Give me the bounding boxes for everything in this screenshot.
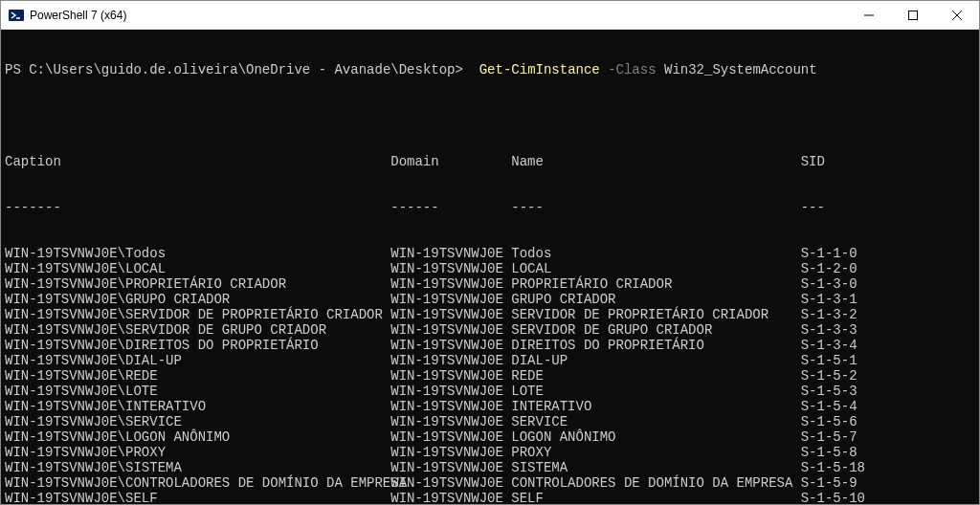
titlebar[interactable]: PowerShell 7 (x64) [1, 1, 979, 30]
cell-name: SELF [511, 491, 800, 504]
cell-caption: WIN-19TSVNWJ0E\SERVIDOR DE GRUPO CRIADOR [5, 322, 390, 338]
cell-sid: S-1-5-18 [801, 460, 881, 475]
cell-domain: WIN-19TSVNWJ0E [390, 246, 511, 261]
cell-caption: WIN-19TSVNWJ0E\DIAL-UP [5, 353, 390, 368]
cell-caption: WIN-19TSVNWJ0E\DIREITOS DO PROPRIETÁRIO [5, 338, 390, 353]
cell-domain: WIN-19TSVNWJ0E [390, 276, 511, 292]
col-header-name: Name [511, 154, 800, 169]
cell-caption: WIN-19TSVNWJ0E\CONTROLADORES DE DOMÍNIO … [5, 475, 390, 491]
cell-caption: WIN-19TSVNWJ0E\LOCAL [5, 261, 390, 276]
cell-sid: S-1-5-1 [801, 353, 881, 368]
table-row: WIN-19TSVNWJ0E\GRUPO CRIADORWIN-19TSVNWJ… [5, 292, 975, 307]
table-row: WIN-19TSVNWJ0E\SERVIDOR DE GRUPO CRIADOR… [5, 322, 975, 338]
cell-sid: S-1-5-2 [801, 368, 881, 384]
cell-sid: S-1-3-1 [801, 292, 881, 307]
cell-domain: WIN-19TSVNWJ0E [390, 491, 511, 504]
cell-caption: WIN-19TSVNWJ0E\PROXY [5, 445, 390, 460]
command-arg: Win32_SystemAccount [664, 62, 817, 77]
table-row: WIN-19TSVNWJ0E\LOTEWIN-19TSVNWJ0ELOTES-1… [5, 384, 975, 399]
cell-sid: S-1-3-0 [801, 276, 881, 292]
minimize-icon [864, 11, 874, 20]
cell-name: GRUPO CRIADOR [511, 292, 800, 307]
terminal-area[interactable]: PS C:\Users\guido.de.oliveira\OneDrive -… [1, 30, 979, 504]
powershell-icon [9, 8, 24, 23]
cell-domain: WIN-19TSVNWJ0E [390, 307, 511, 322]
cell-domain: WIN-19TSVNWJ0E [390, 338, 511, 353]
cell-domain: WIN-19TSVNWJ0E [390, 460, 511, 475]
cell-name: DIREITOS DO PROPRIETÁRIO [511, 338, 800, 353]
col-header-caption: Caption [5, 154, 390, 169]
cell-caption: WIN-19TSVNWJ0E\SISTEMA [5, 460, 390, 475]
cell-name: CONTROLADORES DE DOMÍNIO DA EMPRESA [511, 475, 800, 491]
cell-sid: S-1-5-10 [801, 491, 881, 504]
cell-domain: WIN-19TSVNWJ0E [390, 475, 511, 491]
close-button[interactable] [935, 1, 979, 29]
maximize-icon [908, 11, 918, 20]
cell-name: LOTE [511, 384, 800, 399]
cell-domain: WIN-19TSVNWJ0E [390, 353, 511, 368]
table-row: WIN-19TSVNWJ0E\LOCALWIN-19TSVNWJ0ELOCALS… [5, 261, 975, 276]
table-row: WIN-19TSVNWJ0E\REDEWIN-19TSVNWJ0EREDES-1… [5, 368, 975, 384]
minimize-button[interactable] [847, 1, 891, 29]
cell-caption: WIN-19TSVNWJ0E\LOTE [5, 384, 390, 399]
table-row: WIN-19TSVNWJ0E\INTERATIVOWIN-19TSVNWJ0EI… [5, 399, 975, 414]
col-header-sid: SID [801, 154, 881, 169]
cell-caption: WIN-19TSVNWJ0E\SERVICE [5, 414, 390, 429]
table-row: WIN-19TSVNWJ0E\PROXYWIN-19TSVNWJ0EPROXYS… [5, 445, 975, 460]
cell-caption: WIN-19TSVNWJ0E\Todos [5, 246, 390, 261]
cell-sid: S-1-5-8 [801, 445, 881, 460]
table-row: WIN-19TSVNWJ0E\TodosWIN-19TSVNWJ0ETodosS… [5, 246, 975, 261]
table-row: WIN-19TSVNWJ0E\SERVIDOR DE PROPRIETÁRIO … [5, 307, 975, 322]
table-row: WIN-19TSVNWJ0E\CONTROLADORES DE DOMÍNIO … [5, 475, 975, 491]
cell-name: INTERATIVO [511, 399, 800, 414]
cell-name: SISTEMA [511, 460, 800, 475]
cell-sid: S-1-5-7 [801, 429, 881, 445]
prompt-sep: > [456, 62, 472, 77]
table-row: WIN-19TSVNWJ0E\SISTEMAWIN-19TSVNWJ0ESIST… [5, 460, 975, 475]
table-row: WIN-19TSVNWJ0E\PROPRIETÁRIO CRIADORWIN-1… [5, 276, 975, 292]
close-icon [952, 11, 962, 20]
cell-sid: S-1-2-0 [801, 261, 881, 276]
cell-domain: WIN-19TSVNWJ0E [390, 384, 511, 399]
cell-domain: WIN-19TSVNWJ0E [390, 322, 511, 338]
blank-line [5, 108, 975, 123]
command-param: -Class [608, 62, 656, 77]
cell-domain: WIN-19TSVNWJ0E [390, 429, 511, 445]
cell-domain: WIN-19TSVNWJ0E [390, 445, 511, 460]
cell-name: PROPRIETÁRIO CRIADOR [511, 276, 800, 292]
cell-name: SERVIDOR DE PROPRIETÁRIO CRIADOR [511, 307, 800, 322]
table-row: WIN-19TSVNWJ0E\LOGON ANÔNIMOWIN-19TSVNWJ… [5, 429, 975, 445]
cell-sid: S-1-3-2 [801, 307, 881, 322]
svg-rect-3 [909, 11, 918, 19]
cell-sid: S-1-1-0 [801, 246, 881, 261]
cell-name: SERVICE [511, 414, 800, 429]
table-body: WIN-19TSVNWJ0E\TodosWIN-19TSVNWJ0ETodosS… [5, 246, 975, 504]
cell-caption: WIN-19TSVNWJ0E\SELF [5, 491, 390, 504]
col-header-domain: Domain [390, 154, 511, 169]
table-row: WIN-19TSVNWJ0E\SELFWIN-19TSVNWJ0ESELFS-1… [5, 491, 975, 504]
cell-sid: S-1-3-4 [801, 338, 881, 353]
cell-caption: WIN-19TSVNWJ0E\SERVIDOR DE PROPRIETÁRIO … [5, 307, 390, 322]
prompt-path: C:\Users\guido.de.oliveira\OneDrive - Av… [29, 62, 455, 77]
cell-caption: WIN-19TSVNWJ0E\PROPRIETÁRIO CRIADOR [5, 276, 390, 292]
window-title: PowerShell 7 (x64) [30, 9, 847, 22]
cell-name: REDE [511, 368, 800, 384]
cell-sid: S-1-5-6 [801, 414, 881, 429]
table-row: WIN-19TSVNWJ0E\DIREITOS DO PROPRIETÁRIOW… [5, 338, 975, 353]
cell-name: SERVIDOR DE GRUPO CRIADOR [511, 322, 800, 338]
table-header: CaptionDomainNameSID [5, 154, 975, 169]
table-separator: -------------------- [5, 200, 975, 215]
cell-sid: S-1-3-3 [801, 322, 881, 338]
table-row: WIN-19TSVNWJ0E\DIAL-UPWIN-19TSVNWJ0EDIAL… [5, 353, 975, 368]
maximize-button[interactable] [891, 1, 935, 29]
app-window: PowerShell 7 (x64) PS C:\Users\guido.de.… [0, 0, 980, 505]
cell-name: LOGON ANÔNIMO [511, 429, 800, 445]
cell-caption: WIN-19TSVNWJ0E\INTERATIVO [5, 399, 390, 414]
cell-sid: S-1-5-4 [801, 399, 881, 414]
cell-caption: WIN-19TSVNWJ0E\GRUPO CRIADOR [5, 292, 390, 307]
cell-name: LOCAL [511, 261, 800, 276]
cell-name: DIAL-UP [511, 353, 800, 368]
cell-domain: WIN-19TSVNWJ0E [390, 261, 511, 276]
table-row: WIN-19TSVNWJ0E\SERVICEWIN-19TSVNWJ0ESERV… [5, 414, 975, 429]
cell-caption: WIN-19TSVNWJ0E\REDE [5, 368, 390, 384]
